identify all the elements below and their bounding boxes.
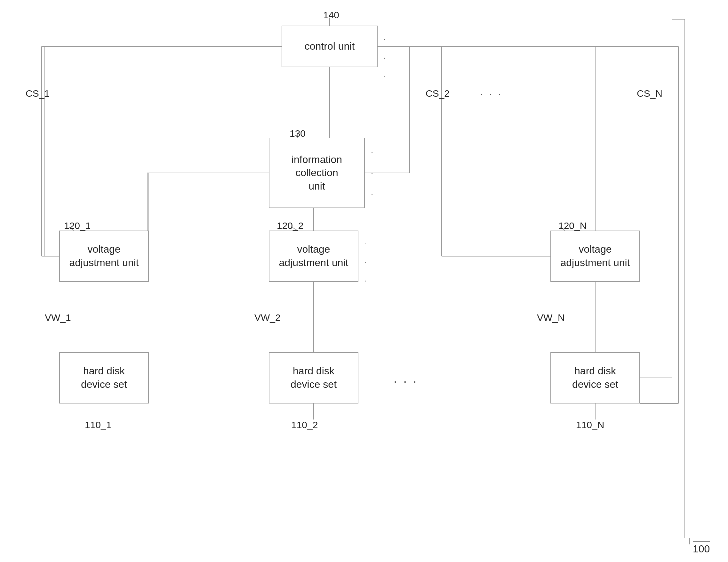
voltage-adj-1-box: voltage adjustment unit: [59, 230, 149, 282]
info-collection-box: information collection unit: [269, 138, 365, 208]
voltage-adj-1-id: 120_1: [64, 220, 91, 231]
hdd-1-label: hard disk device set: [81, 365, 127, 391]
vw2-label: VW_2: [254, 312, 281, 323]
control-unit-id: 140: [323, 10, 339, 20]
hdd-2-box: hard disk device set: [269, 352, 358, 404]
voltage-adj-N-label: voltage adjustment unit: [560, 243, 630, 269]
voltage-adj-2-dots: · · ·: [361, 239, 369, 286]
voltage-adj-2-label: voltage adjustment unit: [279, 243, 348, 269]
system-ref-label: 100: [693, 541, 710, 555]
info-dots-1: · · ·: [367, 147, 376, 200]
voltage-adj-2-box: voltage adjustment unit: [269, 230, 358, 282]
hdd-1-id: 110_1: [85, 420, 111, 430]
cs2-label: CS_2: [426, 88, 450, 99]
vwN-label: VW_N: [537, 312, 565, 323]
control-unit-box: control unit: [282, 26, 378, 67]
hdd-N-id: 110_N: [576, 420, 604, 430]
cs1-label: CS_1: [26, 88, 50, 99]
info-collection-label: information collection unit: [292, 153, 342, 193]
voltage-adj-N-id: 120_N: [558, 220, 587, 231]
hdd-N-label: hard disk device set: [572, 365, 618, 391]
hdd-ellipsis: · · ·: [394, 374, 418, 389]
csN-label: CS_N: [637, 88, 662, 99]
voltage-adj-2-id: 120_2: [277, 220, 303, 231]
vw1-label: VW_1: [45, 312, 71, 323]
control-dots: · · ·: [380, 35, 388, 82]
voltage-adj-1-label: voltage adjustment unit: [69, 243, 139, 269]
hdd-N-box: hard disk device set: [550, 352, 640, 404]
control-unit-label: control unit: [305, 40, 355, 53]
hdd-1-box: hard disk device set: [59, 352, 149, 404]
hdd-2-id: 110_2: [291, 420, 318, 430]
hdd-2-label: hard disk device set: [291, 365, 337, 391]
info-collection-id: 130: [290, 128, 306, 139]
diagram-container: control unit 140 information collection …: [0, 0, 728, 562]
cs-ellipsis: · · ·: [480, 87, 502, 100]
voltage-adj-N-box: voltage adjustment unit: [550, 230, 640, 282]
